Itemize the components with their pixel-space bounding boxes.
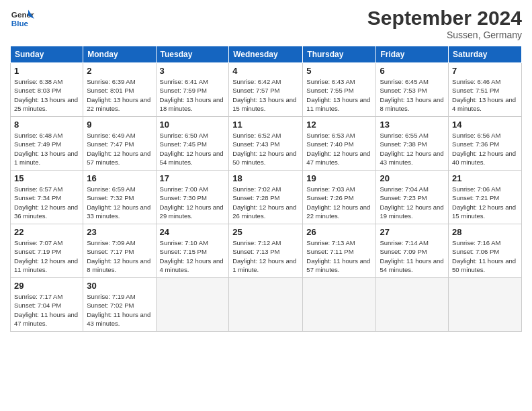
day-number: 17 — [160, 173, 226, 183]
day-info: Sunrise: 7:06 AMSunset: 7:21 PMDaylight:… — [452, 185, 518, 220]
calendar-row: 29Sunrise: 7:17 AMSunset: 7:04 PMDayligh… — [11, 278, 522, 332]
table-row — [229, 278, 303, 332]
day-number: 18 — [232, 173, 299, 183]
day-info: Sunrise: 7:13 AMSunset: 7:11 PMDaylight:… — [306, 238, 372, 274]
svg-text:Blue: Blue — [11, 19, 29, 28]
day-info: Sunrise: 6:55 AMSunset: 7:38 PMDaylight:… — [380, 131, 445, 167]
calendar-row: 8Sunrise: 6:48 AMSunset: 7:49 PMDaylight… — [11, 117, 522, 171]
table-row: 8Sunrise: 6:48 AMSunset: 7:49 PMDaylight… — [11, 117, 83, 171]
day-info: Sunrise: 6:42 AMSunset: 7:57 PMDaylight:… — [232, 77, 299, 113]
table-row: 9Sunrise: 6:49 AMSunset: 7:47 PMDaylight… — [83, 117, 156, 171]
header: General Blue September 2024 Sussen, Germ… — [10, 7, 522, 40]
table-row: 5Sunrise: 6:43 AMSunset: 7:55 PMDaylight… — [303, 63, 376, 117]
day-number: 29 — [14, 281, 79, 291]
day-number: 30 — [87, 281, 152, 291]
table-row: 14Sunrise: 6:56 AMSunset: 7:36 PMDayligh… — [449, 117, 522, 171]
col-thursday: Thursday — [303, 46, 376, 63]
day-info: Sunrise: 6:53 AMSunset: 7:40 PMDaylight:… — [306, 131, 372, 167]
col-monday: Monday — [83, 46, 156, 63]
day-number: 8 — [14, 120, 79, 130]
table-row: 21Sunrise: 7:06 AMSunset: 7:21 PMDayligh… — [449, 171, 522, 224]
table-row: 29Sunrise: 7:17 AMSunset: 7:04 PMDayligh… — [11, 278, 83, 332]
table-row: 19Sunrise: 7:03 AMSunset: 7:26 PMDayligh… — [303, 171, 376, 224]
day-info: Sunrise: 6:46 AMSunset: 7:51 PMDaylight:… — [452, 77, 518, 113]
table-row: 25Sunrise: 7:12 AMSunset: 7:13 PMDayligh… — [229, 224, 303, 278]
table-row — [303, 278, 376, 332]
table-row: 16Sunrise: 6:59 AMSunset: 7:32 PMDayligh… — [83, 171, 156, 224]
day-number: 12 — [306, 120, 372, 130]
day-number: 26 — [306, 227, 372, 237]
day-number: 3 — [160, 66, 226, 76]
calendar-row: 22Sunrise: 7:07 AMSunset: 7:19 PMDayligh… — [11, 224, 522, 278]
day-number: 9 — [87, 120, 152, 130]
day-number: 23 — [87, 227, 152, 237]
day-info: Sunrise: 6:59 AMSunset: 7:32 PMDaylight:… — [87, 185, 152, 220]
day-info: Sunrise: 7:04 AMSunset: 7:23 PMDaylight:… — [380, 185, 445, 220]
table-row — [449, 278, 522, 332]
table-row: 22Sunrise: 7:07 AMSunset: 7:19 PMDayligh… — [11, 224, 83, 278]
col-saturday: Saturday — [449, 46, 522, 63]
day-info: Sunrise: 7:07 AMSunset: 7:19 PMDaylight:… — [14, 238, 79, 274]
table-row: 26Sunrise: 7:13 AMSunset: 7:11 PMDayligh… — [303, 224, 376, 278]
logo-icon: General Blue — [10, 7, 34, 31]
month-title: September 2024 — [367, 7, 522, 30]
table-row: 27Sunrise: 7:14 AMSunset: 7:09 PMDayligh… — [376, 224, 449, 278]
col-tuesday: Tuesday — [156, 46, 229, 63]
table-row: 12Sunrise: 6:53 AMSunset: 7:40 PMDayligh… — [303, 117, 376, 171]
day-info: Sunrise: 6:39 AMSunset: 8:01 PMDaylight:… — [87, 77, 152, 113]
table-row: 23Sunrise: 7:09 AMSunset: 7:17 PMDayligh… — [83, 224, 156, 278]
day-number: 14 — [452, 120, 518, 130]
col-friday: Friday — [376, 46, 449, 63]
day-number: 20 — [380, 173, 445, 183]
day-number: 24 — [160, 227, 226, 237]
day-info: Sunrise: 7:12 AMSunset: 7:13 PMDaylight:… — [232, 238, 299, 274]
table-row: 4Sunrise: 6:42 AMSunset: 7:57 PMDaylight… — [229, 63, 303, 117]
day-info: Sunrise: 7:10 AMSunset: 7:15 PMDaylight:… — [160, 238, 226, 274]
table-row: 2Sunrise: 6:39 AMSunset: 8:01 PMDaylight… — [83, 63, 156, 117]
day-number: 7 — [452, 66, 518, 76]
day-number: 15 — [14, 173, 79, 183]
day-number: 28 — [452, 227, 518, 237]
day-info: Sunrise: 6:48 AMSunset: 7:49 PMDaylight:… — [14, 131, 79, 167]
day-info: Sunrise: 6:56 AMSunset: 7:36 PMDaylight:… — [452, 131, 518, 167]
day-info: Sunrise: 6:57 AMSunset: 7:34 PMDaylight:… — [14, 185, 79, 220]
table-row: 20Sunrise: 7:04 AMSunset: 7:23 PMDayligh… — [376, 171, 449, 224]
day-info: Sunrise: 6:52 AMSunset: 7:43 PMDaylight:… — [232, 131, 299, 167]
day-number: 6 — [380, 66, 445, 76]
table-row: 17Sunrise: 7:00 AMSunset: 7:30 PMDayligh… — [156, 171, 229, 224]
calendar-header-row: Sunday Monday Tuesday Wednesday Thursday… — [11, 46, 522, 63]
location-subtitle: Sussen, Germany — [367, 30, 522, 40]
table-row: 7Sunrise: 6:46 AMSunset: 7:51 PMDaylight… — [449, 63, 522, 117]
day-number: 2 — [87, 66, 152, 76]
day-info: Sunrise: 6:50 AMSunset: 7:45 PMDaylight:… — [160, 131, 226, 167]
title-block: September 2024 Sussen, Germany — [367, 7, 522, 40]
calendar-body: 1Sunrise: 6:38 AMSunset: 8:03 PMDaylight… — [11, 63, 522, 332]
table-row: 10Sunrise: 6:50 AMSunset: 7:45 PMDayligh… — [156, 117, 229, 171]
day-info: Sunrise: 6:43 AMSunset: 7:55 PMDaylight:… — [306, 77, 372, 113]
calendar-table: Sunday Monday Tuesday Wednesday Thursday… — [10, 46, 522, 332]
day-info: Sunrise: 7:09 AMSunset: 7:17 PMDaylight:… — [87, 238, 152, 274]
table-row: 30Sunrise: 7:19 AMSunset: 7:02 PMDayligh… — [83, 278, 156, 332]
day-info: Sunrise: 7:14 AMSunset: 7:09 PMDaylight:… — [380, 238, 445, 274]
table-row: 11Sunrise: 6:52 AMSunset: 7:43 PMDayligh… — [229, 117, 303, 171]
day-info: Sunrise: 7:00 AMSunset: 7:30 PMDaylight:… — [160, 185, 226, 220]
day-info: Sunrise: 6:41 AMSunset: 7:59 PMDaylight:… — [160, 77, 226, 113]
table-row: 13Sunrise: 6:55 AMSunset: 7:38 PMDayligh… — [376, 117, 449, 171]
calendar-row: 15Sunrise: 6:57 AMSunset: 7:34 PMDayligh… — [11, 171, 522, 224]
day-number: 22 — [14, 227, 79, 237]
day-number: 10 — [160, 120, 226, 130]
day-info: Sunrise: 6:45 AMSunset: 7:53 PMDaylight:… — [380, 77, 445, 113]
day-number: 4 — [232, 66, 299, 76]
table-row: 1Sunrise: 6:38 AMSunset: 8:03 PMDaylight… — [11, 63, 83, 117]
day-info: Sunrise: 7:16 AMSunset: 7:06 PMDaylight:… — [452, 238, 518, 274]
day-info: Sunrise: 6:49 AMSunset: 7:47 PMDaylight:… — [87, 131, 152, 167]
calendar-row: 1Sunrise: 6:38 AMSunset: 8:03 PMDaylight… — [11, 63, 522, 117]
table-row: 24Sunrise: 7:10 AMSunset: 7:15 PMDayligh… — [156, 224, 229, 278]
day-info: Sunrise: 7:02 AMSunset: 7:28 PMDaylight:… — [232, 185, 299, 220]
table-row — [156, 278, 229, 332]
table-row: 28Sunrise: 7:16 AMSunset: 7:06 PMDayligh… — [449, 224, 522, 278]
day-number: 11 — [232, 120, 299, 130]
day-number: 1 — [14, 66, 79, 76]
day-number: 27 — [380, 227, 445, 237]
day-info: Sunrise: 7:19 AMSunset: 7:02 PMDaylight:… — [87, 292, 152, 328]
